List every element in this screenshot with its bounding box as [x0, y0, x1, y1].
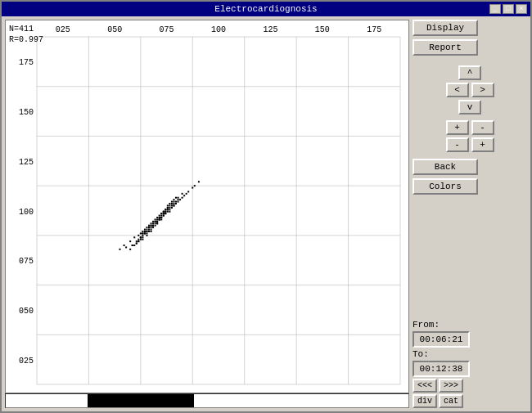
- main-window: Electrocardiognosis _ □ × N=411 R=0.997: [0, 0, 532, 413]
- stats-label: N=411 R=0.997: [9, 24, 43, 45]
- up-button[interactable]: ^: [458, 65, 481, 80]
- chart-canvas: [6, 20, 408, 393]
- nav-controls: ^ < > v + - - +: [413, 65, 527, 152]
- r-stat: R=0.997: [9, 34, 43, 45]
- report-button[interactable]: Report: [413, 39, 478, 56]
- back-button[interactable]: Back: [413, 159, 478, 175]
- n-stat: N=411: [9, 24, 43, 34]
- scrollbar[interactable]: [5, 393, 409, 408]
- from-time: 00:06:21: [413, 331, 470, 348]
- from-to-panel: From: 00:06:21 To: 00:12:38 <<< >>> div …: [413, 320, 527, 408]
- window-body: N=411 R=0.997 Display Report: [2, 16, 530, 411]
- to-label: To:: [413, 349, 527, 359]
- to-time: 00:12:38: [413, 361, 470, 377]
- div-button[interactable]: div: [413, 394, 437, 408]
- maximize-button[interactable]: □: [503, 4, 514, 14]
- right-panel: Display Report ^ < > v +: [413, 20, 527, 408]
- down-button[interactable]: v: [458, 100, 481, 114]
- bottom-buttons: div cat: [413, 394, 527, 408]
- title-bar: Electrocardiognosis _ □ ×: [2, 2, 530, 16]
- chart-container: N=411 R=0.997: [5, 20, 409, 408]
- zoom-out-v-button[interactable]: -: [446, 137, 469, 152]
- action-buttons: Display Report: [413, 20, 527, 56]
- nav-arrows: <<< >>>: [413, 379, 527, 393]
- minimize-button[interactable]: _: [489, 4, 501, 14]
- zoom-out-h-button[interactable]: -: [471, 120, 494, 135]
- from-label: From:: [413, 320, 527, 330]
- prev-button[interactable]: <<<: [413, 379, 437, 393]
- scrollbar-thumb: [88, 394, 194, 407]
- display-button[interactable]: Display: [413, 20, 478, 36]
- next-button[interactable]: >>>: [439, 379, 463, 393]
- zoom-in-v-button[interactable]: +: [471, 137, 494, 152]
- left-button[interactable]: <: [446, 83, 469, 97]
- scrollbar-track[interactable]: [6, 394, 408, 407]
- close-button[interactable]: ×: [516, 4, 527, 14]
- zoom-in-h-button[interactable]: +: [446, 120, 469, 135]
- window-title: Electrocardiognosis: [214, 4, 317, 14]
- cat-button[interactable]: cat: [439, 394, 463, 408]
- chart-area: N=411 R=0.997: [5, 20, 409, 393]
- main-area: N=411 R=0.997 Display Report: [5, 20, 527, 408]
- colors-button[interactable]: Colors: [413, 178, 478, 195]
- right-button[interactable]: >: [471, 83, 494, 97]
